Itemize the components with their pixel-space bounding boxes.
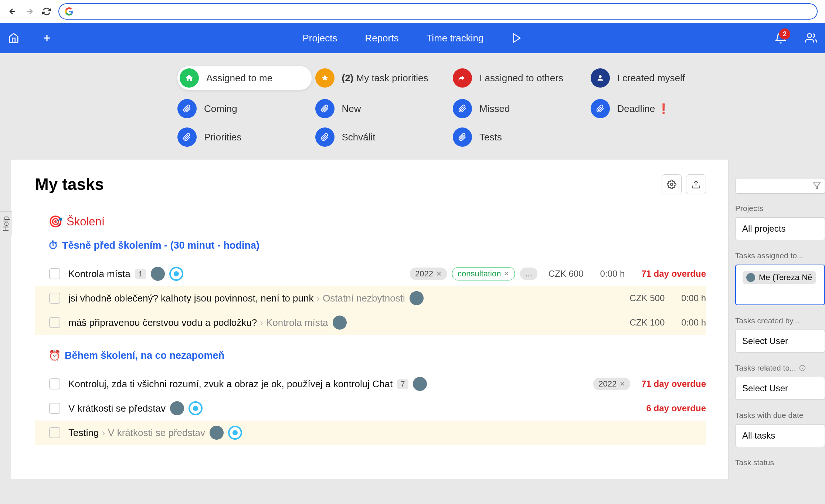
task-breadcrumb: V krátkosti se představ [102,427,205,439]
avatar[interactable] [333,316,347,330]
section-skoleni[interactable]: 🎯 Školení [48,215,706,228]
sidebar-label: Tasks related to... [735,364,825,372]
nav-projects[interactable]: Projects [302,33,337,44]
close-icon[interactable]: ✕ [504,270,509,278]
goal-icon [169,267,183,281]
svg-marker-4 [814,183,820,189]
avatar[interactable] [170,401,184,415]
share-icon [453,68,472,88]
avatar[interactable] [410,291,424,305]
task-time: 0:00 h [681,317,706,328]
section-tesne[interactable]: ⏱ Těsně před školením - (30 minut - hodi… [48,239,706,251]
url-input[interactable] [78,7,811,16]
nav-reports[interactable]: Reports [365,33,398,44]
url-bar[interactable] [58,3,818,20]
filter-schvalit[interactable]: Schválit [315,127,449,147]
forward-button[interactable] [24,6,35,17]
exclamation-icon: ❗ [658,103,669,114]
select-duedate[interactable]: All tasks [735,424,825,447]
avatar[interactable] [413,377,427,391]
task-row[interactable]: V krátkosti se představ 6 day overdue [35,396,706,420]
notification-badge: 2 [779,28,790,40]
content: My tasks 🎯 Školení ⏱ Těsně před školením… [11,160,728,479]
sidebar-label: Tasks created by... [735,316,825,325]
browser-bar [0,0,825,23]
filter-missed[interactable]: Missed [453,99,587,118]
task-price: CZK 100 [630,317,665,328]
select-related[interactable]: Select User [735,377,825,400]
home-icon[interactable] [8,33,19,44]
avatar[interactable] [151,267,165,281]
select-projects[interactable]: All projects [735,217,825,240]
user-chip[interactable]: Me (Tereza Ně [743,271,816,284]
task-price: CZK 600 [549,269,584,279]
paperclip-icon [315,127,335,147]
info-icon[interactable] [799,365,806,371]
task-checkbox[interactable] [49,378,60,389]
task-checkbox[interactable] [49,268,60,279]
paperclip-icon [177,99,197,118]
task-row[interactable]: Kontroluj, zda ti všichni rozumí, zvuk a… [35,372,706,396]
paperclip-icon [591,99,610,118]
google-icon [65,7,73,16]
reload-button[interactable] [41,6,52,17]
filter-priorities[interactable]: Priorities [177,127,312,147]
help-tab[interactable]: Help [0,211,12,236]
svg-point-2 [599,75,601,78]
task-row[interactable]: Kontrola místa 1 2022✕ consultation✕ ...… [35,262,706,286]
svg-marker-0 [514,34,520,42]
nav-time-tracking[interactable]: Time tracking [426,33,483,44]
play-icon[interactable] [512,33,523,44]
main-area: Help My tasks 🎯 Školení ⏱ Těsně před ško… [11,160,825,479]
sidebar-label: Tasks assigned to... [735,251,825,260]
task-checkbox[interactable] [49,317,60,328]
task-time: 0:00 h [600,269,625,279]
select-assigned[interactable]: Me (Tereza Ně [735,265,825,305]
page-title: My tasks [35,175,104,194]
filter-coming[interactable]: Coming [177,99,312,118]
avatar[interactable] [210,426,224,440]
task-overdue: 71 day overdue [641,379,706,389]
goal-icon [228,426,242,440]
notifications-button[interactable]: 2 [775,32,787,44]
filter-deadline[interactable]: Deadline ❗ [591,99,725,118]
task-row[interactable]: máš připravenou čerstvou vodu a podložku… [35,310,706,335]
settings-button[interactable] [662,174,682,194]
close-icon[interactable]: ✕ [619,380,625,388]
tag-year[interactable]: 2022✕ [410,268,447,280]
filter-created-myself[interactable]: I created myself [591,66,725,90]
tag-more[interactable]: ... [520,268,537,280]
stopwatch-icon: ⏱ [48,239,58,251]
task-row[interactable]: jsi vhodně oblečený? kalhoty jsou povinn… [35,286,706,310]
filter-new[interactable]: New [315,99,449,118]
user-icon [591,68,610,88]
close-icon[interactable]: ✕ [436,270,442,278]
app-header: Projects Reports Time tracking 2 [0,23,825,53]
alarm-icon: ⏰ [48,350,61,361]
people-icon[interactable] [805,32,817,44]
tag-year[interactable]: 2022✕ [593,378,630,390]
add-button[interactable] [41,33,52,44]
filter-my-priorities[interactable]: (2) My task priorities [315,66,449,90]
tag-consultation[interactable]: consultation✕ [452,267,515,280]
export-button[interactable] [686,174,706,194]
task-overdue: 6 day overdue [646,403,706,413]
svg-point-3 [670,183,673,186]
task-row[interactable]: Testing V krátkosti se představ [35,420,706,445]
task-time: 0:00 h [681,293,706,303]
task-breadcrumb: Kontrola místa [260,317,328,328]
sidebar-label: Task status [735,458,825,467]
back-button[interactable] [7,6,18,17]
count-badge: 1 [135,269,146,279]
filter-assigned-to-me[interactable]: Assigned to me [177,66,312,90]
filter-tests[interactable]: Tests [453,127,587,147]
task-checkbox[interactable] [49,427,60,438]
task-checkbox[interactable] [49,403,60,414]
task-checkbox[interactable] [49,293,60,304]
filter-search[interactable] [735,178,825,194]
target-icon: 🎯 [48,215,63,228]
select-created[interactable]: Select User [735,330,825,353]
section-behem[interactable]: ⏰ Během školení, na co nezapomeň [48,350,706,361]
avatar [746,273,755,282]
filter-assigned-others[interactable]: I assigned to others [453,66,587,90]
